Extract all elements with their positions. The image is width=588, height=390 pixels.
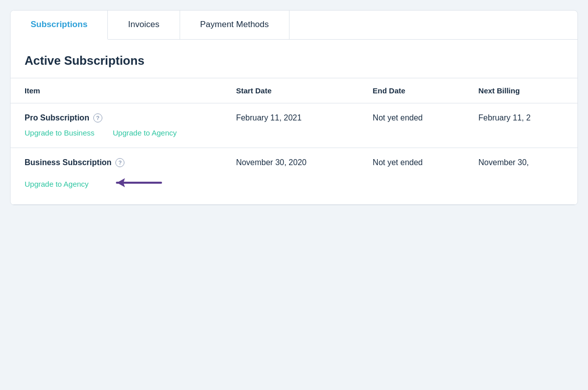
pro-next-billing: February 11, 2 [469,103,577,127]
business-actions-cell: Upgrade to Agency [11,171,577,205]
business-next-billing: November 30, [469,148,577,172]
col-header-end-date: End Date [363,78,469,103]
pro-actions-row: Upgrade to Business Upgrade to Agency [11,126,577,148]
pro-actions-cell: Upgrade to Business Upgrade to Agency [11,126,577,148]
business-actions-row: Upgrade to Agency [11,171,577,205]
upgrade-agency-arrow-container: Upgrade to Agency [25,173,567,194]
business-upgrade-agency-link[interactable]: Upgrade to Agency [25,180,89,188]
business-start-date: November 30, 2020 [226,148,362,172]
tab-subscriptions[interactable]: Subscriptions [11,11,108,40]
col-header-next-billing: Next Billing [469,78,577,103]
pro-end-date: Not yet ended [363,103,469,127]
tab-payment-methods[interactable]: Payment Methods [180,11,289,39]
business-end-date: Not yet ended [363,148,469,172]
section-title: Active Subscriptions [11,40,577,78]
table-row: Pro Subscription ? February 11, 2021 Not… [11,103,577,127]
col-header-start-date: Start Date [226,78,362,103]
pro-item-name: Pro Subscription ? [11,103,226,127]
pro-upgrade-business-link[interactable]: Upgrade to Business [25,128,94,137]
table-header-row: Item Start Date End Date Next Billing [11,78,577,103]
subscriptions-table: Item Start Date End Date Next Billing Pr… [11,78,577,205]
main-container: Subscriptions Invoices Payment Methods A… [10,10,578,205]
pro-help-icon[interactable]: ? [93,113,102,122]
business-item-name: Business Subscription ? [11,148,226,172]
tab-bar: Subscriptions Invoices Payment Methods [11,11,577,40]
pro-start-date: February 11, 2021 [226,103,362,127]
arrow-annotation [107,173,162,194]
table-row: Business Subscription ? November 30, 202… [11,148,577,172]
pro-upgrade-agency-link[interactable]: Upgrade to Agency [113,128,177,137]
business-help-icon[interactable]: ? [115,158,124,167]
tab-invoices[interactable]: Invoices [108,11,180,39]
col-header-item: Item [11,78,226,103]
